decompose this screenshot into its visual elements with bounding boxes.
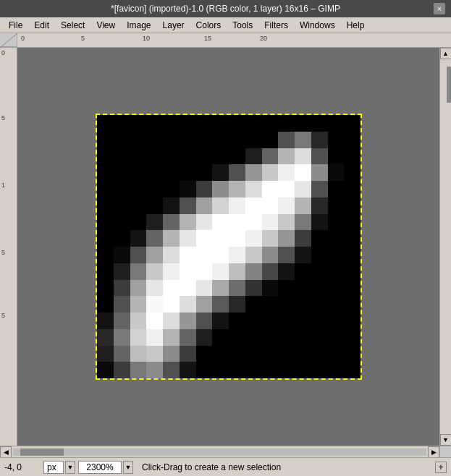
- ruler-left-mark: 0: [1, 49, 5, 56]
- menu-item-image[interactable]: Image: [121, 19, 156, 32]
- unit-selector: px ▼: [43, 461, 75, 474]
- unit-value: px: [43, 461, 64, 474]
- expand-button[interactable]: +: [435, 462, 447, 473]
- status-bar: -4, 0 px ▼ 2300% ▼ Click-Drag to create …: [0, 457, 451, 476]
- ruler-top-row: 05101520: [0, 33, 451, 48]
- scroll-down-arrow[interactable]: ▼: [440, 434, 452, 446]
- ruler-top-mark: 0: [21, 35, 25, 42]
- coordinates: -4, 0: [4, 462, 41, 472]
- ruler-left-mark: 5: [1, 249, 5, 256]
- ruler-top: 05101520: [17, 33, 451, 47]
- menu-item-colors[interactable]: Colors: [190, 19, 227, 32]
- ruler-left: 05155: [0, 48, 17, 446]
- canvas-container: [17, 48, 439, 446]
- scroll-right-arrow[interactable]: ▶: [428, 446, 439, 458]
- status-message: Click-Drag to create a new selection: [142, 462, 432, 472]
- menu-item-filters[interactable]: Filters: [258, 19, 294, 32]
- scroll-left-arrow[interactable]: ◀: [0, 446, 12, 458]
- ruler-corner: [0, 33, 17, 47]
- menu-item-view[interactable]: View: [90, 19, 121, 32]
- menu-item-file[interactable]: File: [3, 19, 28, 32]
- menu-item-layer[interactable]: Layer: [157, 19, 190, 32]
- menu-item-select[interactable]: Select: [55, 19, 90, 32]
- h-scrollbar: ◀ ▶: [0, 446, 451, 457]
- ruler-left-mark: 5: [1, 114, 5, 122]
- ruler-top-mark: 5: [81, 35, 85, 42]
- canvas-main: 05155 ▲ ▼: [0, 48, 451, 446]
- zoom-value[interactable]: 2300%: [78, 461, 122, 474]
- close-button[interactable]: ×: [434, 3, 445, 14]
- layout-wrapper: 05101520 05155 ▲ ▼ ◀ ▶ -4, 0 p: [0, 33, 451, 476]
- h-scroll-track[interactable]: [13, 449, 426, 456]
- title-bar: *[favicon] (imported)-1.0 (RGB color, 1 …: [0, 0, 451, 17]
- menu-bar: FileEditSelectViewImageLayerColorsToolsF…: [0, 17, 451, 33]
- scroll-up-arrow[interactable]: ▲: [440, 48, 452, 59]
- ruler-left-mark: 1: [1, 182, 5, 189]
- menu-item-tools[interactable]: Tools: [227, 19, 258, 32]
- right-scrollbar[interactable]: ▲ ▼: [439, 48, 451, 446]
- ruler-top-mark: 20: [260, 35, 267, 42]
- zoom-box: 2300% ▼: [78, 461, 133, 474]
- h-scroll-thumb[interactable]: [20, 449, 64, 456]
- menu-item-help[interactable]: Help: [341, 19, 371, 32]
- unit-dropdown-arrow[interactable]: ▼: [65, 461, 75, 474]
- ruler-left-mark: 5: [1, 312, 5, 319]
- ruler-top-mark: 15: [204, 35, 211, 42]
- scroll-corner: [439, 446, 451, 458]
- menu-item-edit[interactable]: Edit: [28, 19, 55, 32]
- zoom-dropdown-arrow[interactable]: ▼: [123, 461, 133, 474]
- ruler-top-mark: 10: [143, 35, 150, 42]
- menu-item-windows[interactable]: Windows: [294, 19, 341, 32]
- svg-line-0: [0, 33, 17, 48]
- pixel-canvas: [96, 114, 362, 380]
- window-title: *[favicon] (imported)-1.0 (RGB color, 1 …: [17, 4, 434, 14]
